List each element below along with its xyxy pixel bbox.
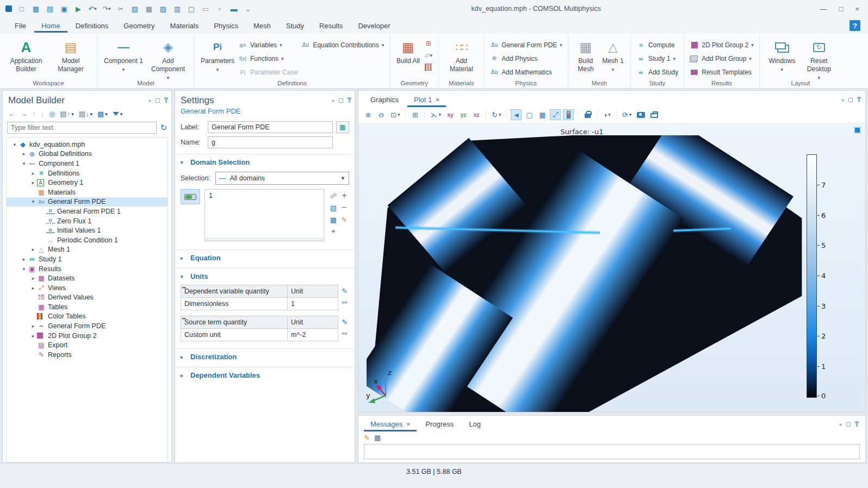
zoom-box-icon[interactable]: ⊡▾: [389, 109, 401, 120]
close-tab-icon[interactable]: ×: [436, 96, 439, 104]
expand-all-icon[interactable]: ▤↓▾: [79, 110, 92, 118]
tab-log[interactable]: Log: [462, 417, 487, 431]
tab-progress[interactable]: Progress: [419, 417, 460, 431]
panel-menu-icon[interactable]: ▾: [839, 422, 842, 428]
show-axis-orientation-icon[interactable]: ⤢: [550, 109, 561, 120]
tree-item-initial-values-1[interactable]: DInitial Values 1: [7, 226, 168, 235]
import-geometry-icon[interactable]: ⊞: [424, 39, 433, 47]
undo-icon[interactable]: ↶▾: [88, 4, 97, 13]
tree-item-tables[interactable]: ▦Tables: [7, 302, 168, 312]
minimize-button[interactable]: —: [820, 5, 827, 13]
menu-definitions[interactable]: Definitions: [69, 19, 116, 33]
redo-icon[interactable]: ↷▾: [102, 4, 111, 13]
menu-physics[interactable]: Physics: [207, 19, 245, 33]
build-mesh-button[interactable]: ▦ Build Mesh: [574, 38, 598, 73]
tree-item-results-general-form-pde[interactable]: ▸~General Form PDE: [7, 321, 168, 331]
clear-messages-icon[interactable]: ✎: [364, 434, 370, 442]
rotate-icon[interactable]: ↻▾: [490, 109, 503, 120]
view-xz-icon[interactable]: xz: [471, 109, 482, 120]
edit-quantity-icon[interactable]: ✎: [342, 287, 348, 295]
tree-item-materials[interactable]: ▦Materials: [7, 187, 168, 197]
tree-item-definitions[interactable]: ▸≡Definitions: [7, 168, 168, 178]
deselect-icon[interactable]: ▭: [201, 4, 210, 13]
open-file-icon[interactable]: ▦: [32, 4, 40, 13]
scene-light-icon[interactable]: ◄: [511, 109, 522, 120]
build-all-button[interactable]: ▦ Build All: [395, 38, 420, 65]
pin-panel-icon[interactable]: [349, 99, 350, 103]
tab-graphics[interactable]: Graphics: [364, 93, 405, 107]
plot-group-button[interactable]: 2D Plot Group 2 ▾: [690, 39, 754, 51]
duplicate-icon[interactable]: ▨: [159, 4, 168, 13]
save-icon[interactable]: ▤: [46, 4, 54, 13]
show-icon[interactable]: ◎: [49, 110, 55, 118]
tree-item-periodic-condition-1[interactable]: →Periodic Condition 1: [7, 235, 168, 245]
update-plot-icon[interactable]: ⟳▾: [621, 109, 633, 120]
clear-selection-icon[interactable]: ✎: [339, 214, 349, 225]
menu-developer[interactable]: Developer: [351, 19, 397, 33]
zoom-extents-icon[interactable]: ⊞: [410, 109, 420, 120]
paste-icon[interactable]: ▩: [145, 4, 153, 13]
menu-file[interactable]: File: [8, 19, 33, 33]
tree-item-datasets[interactable]: ▸▦Datasets: [7, 273, 168, 283]
color-theme-icon[interactable]: ◑▾: [601, 109, 612, 120]
filter-input[interactable]: [7, 122, 157, 134]
panel-menu-icon[interactable]: ▾: [332, 98, 334, 104]
domain-selection-header[interactable]: ▾ Domain Selection: [181, 158, 349, 166]
compute-button[interactable]: = Compute: [636, 39, 678, 51]
plot-canvas[interactable]: Surface: -u1: [358, 123, 865, 412]
tree-item-geometry-1[interactable]: ▸AGeometry 1: [7, 178, 168, 187]
component-1-button[interactable]: — Component 1 ▾: [103, 38, 144, 72]
float-panel-icon[interactable]: [848, 98, 853, 102]
add-to-selection-icon[interactable]: +: [339, 190, 349, 201]
new-file-icon[interactable]: □: [17, 4, 26, 13]
float-panel-icon[interactable]: [846, 422, 851, 427]
back-icon[interactable]: ←: [8, 110, 15, 118]
model-manager-button[interactable]: ▤ Model Manager: [50, 38, 91, 73]
pin-panel-icon[interactable]: [165, 99, 167, 103]
grid-icon[interactable]: ▦: [537, 109, 548, 120]
name-field[interactable]: [208, 136, 333, 148]
result-templates-button[interactable]: Result Templates: [690, 66, 754, 78]
reset-desktop-button[interactable]: ↻ Reset Desktop ▾: [802, 38, 836, 80]
tree-item-views[interactable]: ▸⤢Views: [7, 283, 168, 293]
tree-item-derived-values[interactable]: 8.85e-12Derived Values: [7, 293, 168, 303]
menu-study[interactable]: Study: [279, 19, 311, 33]
tree-item-reports[interactable]: ✎Reports: [7, 350, 168, 360]
remove-from-selection-icon[interactable]: −: [339, 202, 349, 213]
add-study-button[interactable]: ∞ Add Study: [636, 66, 678, 78]
menu-materials[interactable]: Materials: [163, 19, 206, 33]
parameters-button[interactable]: Pi Parameters ▾: [200, 38, 235, 72]
copy-selection-icon[interactable]: ▧: [328, 202, 338, 213]
panel-menu-icon[interactable]: ▾: [148, 98, 151, 104]
copy-icon[interactable]: ▧: [131, 4, 139, 13]
message-table-icon[interactable]: ▦: [374, 434, 381, 442]
maximize-button[interactable]: □: [839, 5, 844, 13]
tree-item-general-form-pde-1[interactable]: DGeneral Form PDE 1: [7, 207, 168, 216]
equation-contributions-button[interactable]: Δu Equation Contributions ▾: [301, 39, 384, 51]
run-icon[interactable]: ▶: [74, 4, 83, 13]
units-header[interactable]: ▾ Units: [181, 272, 349, 280]
float-panel-icon[interactable]: [156, 98, 160, 103]
move-up-icon[interactable]: ↑: [32, 110, 36, 118]
print-icon[interactable]: [649, 109, 660, 120]
model-tree-node-text-icon[interactable]: ▩▾: [97, 110, 108, 118]
create-selection-icon[interactable]: ☍: [328, 190, 338, 201]
customize-toolbar-icon[interactable]: ⌄: [244, 4, 252, 13]
add-mathematics-button[interactable]: Δu Add Mathematics: [489, 66, 562, 78]
filter-icon[interactable]: ▾: [113, 111, 123, 117]
tree-item-general-form-pde[interactable]: ▾ΔuGeneral Form PDE: [7, 197, 168, 207]
close-button[interactable]: ×: [855, 5, 859, 13]
selection-dropdown[interactable]: — All domains ▼: [215, 172, 349, 185]
menu-home[interactable]: Home: [34, 19, 67, 33]
tree-item-2d-plot-group-2[interactable]: ▸2D Plot Group 2: [7, 331, 168, 341]
tree-item-component-1[interactable]: ▾—Component 1: [7, 159, 168, 168]
tab-plot-1[interactable]: Plot 1×: [407, 93, 446, 107]
show-color-legend-icon[interactable]: [563, 109, 574, 120]
tree-item-zero-flux-1[interactable]: DZero Flux 1: [7, 216, 168, 226]
view-xy-icon[interactable]: xy: [445, 109, 456, 120]
study-1-button[interactable]: ∞ Study 1 ▾: [636, 53, 678, 64]
physics-interface-button[interactable]: Δu General Form PDE ▾: [489, 39, 562, 51]
collapse-all-icon[interactable]: ▤↑▾: [60, 110, 73, 118]
edit-quantity-icon[interactable]: ✎: [342, 318, 348, 326]
functions-button[interactable]: f(x) Functions ▾: [238, 53, 297, 64]
